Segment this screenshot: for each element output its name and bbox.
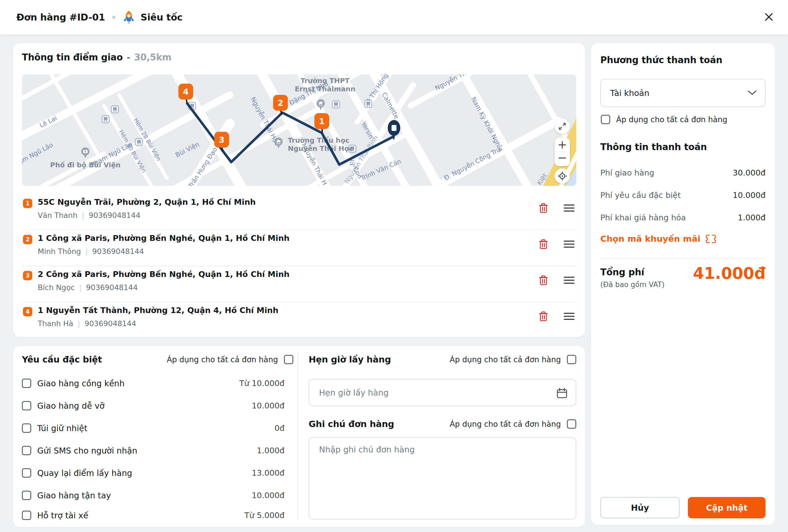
map-marker-2[interactable]: 2	[273, 95, 288, 111]
schedule-title: Hẹn giờ lấy hàng	[309, 354, 450, 365]
map-marker-1[interactable]: 1	[314, 113, 329, 129]
item-checkbox[interactable]	[22, 468, 31, 477]
submit-button[interactable]: Cập nhật	[688, 497, 766, 518]
note-header: Ghi chú đơn hàng Áp dụng cho tất cả đơn …	[309, 419, 576, 429]
special-requests-title: Yêu cầu đặc biệt	[22, 354, 167, 365]
note-textarea[interactable]	[319, 445, 566, 512]
apply-all-label: Áp dụng cho tất cả đơn hàng	[450, 420, 561, 429]
schedule-input[interactable]	[319, 380, 549, 406]
fee-row: Phí giao hàng30.000đ	[600, 167, 766, 179]
stop-badge: 3	[23, 271, 32, 280]
special-requests-header: Yêu cầu đặc biệt Áp dụng cho tất cả đơn …	[22, 354, 293, 365]
fee-row: Phí yêu cầu đặc biệt10.000đ	[600, 189, 766, 201]
drag-handle-icon[interactable]	[564, 204, 575, 212]
map-marker-4[interactable]: 4	[178, 84, 193, 100]
item-checkbox[interactable]	[22, 446, 31, 455]
apply-all-checkbox[interactable]	[284, 355, 293, 364]
stop-contact: Minh Thông	[38, 247, 81, 255]
header-bar: Đơn hàng #ID-01 Siêu tốc	[0, 0, 788, 35]
stop-contact: Bích Ngọc	[38, 283, 75, 292]
service-label: Siêu tốc	[141, 12, 182, 23]
item-checkbox[interactable]	[22, 424, 31, 433]
item-checkbox[interactable]	[22, 491, 31, 500]
item-checkbox[interactable]	[22, 401, 31, 410]
drag-handle-icon[interactable]	[564, 240, 575, 248]
delivery-title: Thông tin điểm giao	[22, 52, 123, 63]
apply-all-checkbox[interactable]	[567, 355, 576, 364]
map-marker-3[interactable]: 3	[214, 132, 229, 148]
payment-method-title: Phương thức thanh toán	[600, 55, 722, 65]
poi-label: Trường Tiểu học	[288, 136, 349, 144]
payment-apply-all-row: Áp dụng cho tất cả đơn hàng	[601, 115, 727, 124]
apply-all-checkbox[interactable]	[567, 420, 576, 429]
stop-address: 1 Nguyễn Tất Thành, Phường 12, Quận 4, H…	[38, 306, 278, 315]
special-request-item: Quay lại điểm lấy hàng13.000đ	[22, 462, 284, 484]
total-label: Tổng phí	[600, 267, 644, 278]
stop-row-2: 2 1 Công xã Paris, Phường Bến Nghé, Quận…	[22, 230, 576, 266]
route-map[interactable]: Lê Lai Phạm Ngũ Lão Phạm Ngũ Lão Hẻm 28 …	[22, 74, 576, 186]
stop-row-3: 3 2 Công xã Paris, Phường Bến Nghé, Quận…	[22, 266, 576, 302]
delete-stop-button[interactable]	[538, 239, 549, 250]
schedule-header: Hẹn giờ lấy hàng Áp dụng cho tất cả đơn …	[309, 354, 576, 365]
special-request-item: Hỗ trợ tài xếTừ 5.000đ	[22, 504, 284, 527]
locate-button[interactable]	[555, 168, 570, 184]
poi-label: Nguyễn Thái Học	[288, 145, 353, 152]
svg-text:2: 2	[278, 98, 283, 108]
stop-phone: 90369048144	[88, 211, 140, 220]
payment-method-value: Tài khoản	[610, 88, 748, 98]
stop-phone: 90369048144	[86, 283, 138, 292]
delete-stop-button[interactable]	[538, 311, 549, 322]
zoom-control[interactable]	[555, 138, 570, 166]
special-request-item: Giao hàng dễ vỡ10.000đ	[22, 394, 284, 417]
total-value: 41.000đ	[693, 264, 766, 283]
delivery-distance: 30,5km	[134, 52, 172, 63]
stop-phone: 90369048144	[92, 247, 144, 255]
column-divider	[297, 353, 298, 520]
poi-label: Ernst Thälmann	[295, 85, 355, 93]
map-canvas: Lê Lai Phạm Ngũ Lão Phạm Ngũ Lão Hẻm 28 …	[22, 74, 576, 186]
ticket-icon	[705, 234, 717, 244]
apply-all-label: Áp dụng cho tất cả đơn hàng	[167, 355, 278, 364]
stop-row-1: 1 55C Nguyễn Trãi, Phường 2, Quận 1, Hồ …	[22, 194, 576, 230]
stop-row-4: 4 1 Nguyễn Tất Thành, Phường 12, Quận 4,…	[22, 302, 576, 339]
stop-contact: Thanh Hà	[38, 319, 73, 328]
svg-text:4: 4	[183, 87, 189, 97]
apply-all-checkbox[interactable]	[601, 115, 610, 124]
special-request-item: Giao hàng tận tay10.000đ	[22, 484, 284, 507]
svg-text:3: 3	[219, 135, 225, 145]
drag-handle-icon[interactable]	[564, 276, 575, 284]
delivery-info-card: Thông tin điểm giao - 30,5km	[13, 43, 585, 337]
chevron-down-icon	[748, 90, 757, 96]
payment-info-title: Thông tin thanh toán	[600, 142, 707, 152]
delete-stop-button[interactable]	[538, 202, 549, 214]
stop-badge: 2	[23, 235, 32, 244]
item-checkbox[interactable]	[22, 511, 31, 520]
page-title: Đơn hàng #ID-01	[16, 12, 105, 23]
stop-address: 55C Nguyễn Trãi, Phường 2, Quận 1, Hồ Ch…	[38, 197, 256, 207]
poi-label: Phố đi bộ Bùi Viện	[50, 161, 120, 169]
promo-link[interactable]: Chọn mã khuyến mãi	[600, 234, 717, 244]
payment-method-select[interactable]: Tài khoản	[600, 79, 766, 107]
stop-badge: 4	[23, 307, 32, 316]
item-checkbox[interactable]	[22, 378, 31, 388]
delete-stop-button[interactable]	[538, 274, 549, 286]
cancel-button[interactable]: Hủy	[600, 497, 679, 518]
apply-all-label: Áp dụng cho tất cả đơn hàng	[616, 115, 727, 124]
fee-row: Phí khai giá hàng hóa1.000đ	[600, 211, 766, 224]
fullscreen-button[interactable]	[555, 119, 570, 134]
options-card: Yêu cầu đặc biệt Áp dụng cho tất cả đơn …	[13, 346, 585, 527]
payment-card: Phương thức thanh toán Tài khoản Áp dụng…	[591, 43, 775, 525]
order-dialog: Đơn hàng #ID-01 Siêu tốc Thông tin điểm …	[0, 0, 788, 532]
dot-separator	[112, 16, 116, 19]
total-divider	[600, 258, 766, 259]
svg-text:1: 1	[319, 117, 325, 126]
close-icon[interactable]	[763, 11, 775, 23]
drag-handle-icon[interactable]	[564, 312, 575, 321]
schedule-field	[309, 379, 576, 406]
stop-contact: Văn Thanh	[38, 211, 77, 220]
apply-all-label: Áp dụng cho tất cả đơn hàng	[450, 355, 561, 364]
special-request-item: Túi giữ nhiệt0đ	[22, 417, 284, 439]
calendar-icon[interactable]	[556, 387, 568, 399]
rocket-icon	[123, 10, 135, 24]
note-field	[309, 437, 576, 519]
